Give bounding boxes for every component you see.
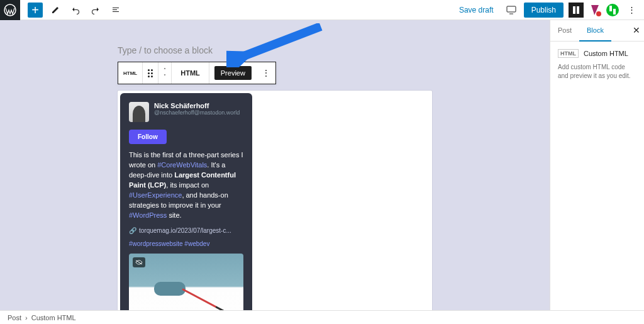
editor-topbar: + Save draft Publish ⋮ (0, 0, 644, 20)
tab-post[interactable]: Post (550, 20, 579, 41)
user-name: Nick Schäferhoff (154, 102, 240, 109)
publish-button[interactable]: Publish (524, 3, 564, 18)
post-body: This is the first of a three-part series… (129, 150, 243, 221)
breadcrumb-block[interactable]: Custom HTML (31, 314, 76, 321)
preview-tab-button[interactable]: Preview (214, 66, 252, 80)
hashtags: #wordpresswebsite #webdev (129, 240, 243, 247)
svg-rect-1 (507, 6, 516, 12)
block-mover[interactable]: ˄˅ (164, 67, 166, 79)
save-draft-button[interactable]: Save draft (454, 6, 499, 14)
block-options-icon[interactable]: ⋮ (262, 68, 270, 78)
document-overview-icon[interactable] (108, 3, 123, 18)
user-handle: @nschaeferhoff@mastodon.world (154, 109, 240, 116)
post-image[interactable] (129, 254, 243, 310)
close-sidebar-icon[interactable]: ✕ (633, 25, 640, 35)
tab-block[interactable]: Block (579, 20, 611, 42)
breadcrumb: Post › Custom HTML (0, 310, 644, 324)
block-type-indicator[interactable]: HTML (123, 70, 137, 76)
block-placeholder[interactable]: Type / to choose a block (80, 33, 470, 62)
breadcrumb-post[interactable]: Post (8, 314, 21, 321)
svg-point-4 (596, 11, 601, 16)
settings-sidebar: Post Block ✕ HTML Custom HTML Add custom… (550, 20, 644, 310)
redo-icon[interactable] (88, 3, 103, 18)
block-toolbar: HTML ˄˅ HTML Preview ⋮ (118, 62, 276, 84)
link-icon: 🔗 (129, 227, 136, 234)
html-tab-button[interactable]: HTML (177, 69, 204, 77)
breadcrumb-sep-icon: › (25, 314, 28, 321)
link-preview[interactable]: 🔗 torquemag.io/2023/07/largest-c... (129, 227, 243, 234)
block-title: Custom HTML (584, 50, 628, 57)
yoast-icon[interactable] (589, 4, 601, 16)
jetpack-icon[interactable] (606, 4, 619, 16)
block-description: Add custom HTML code and preview it as y… (558, 63, 636, 81)
custom-html-preview: Nick Schäferhoff @nschaeferhoff@mastodon… (118, 91, 432, 310)
follow-button[interactable]: Follow (129, 130, 167, 144)
mastodon-embed: Nick Schäferhoff @nschaeferhoff@mastodon… (120, 93, 252, 310)
wordpress-logo[interactable] (0, 0, 20, 20)
undo-icon[interactable] (68, 3, 83, 18)
drag-handle-icon[interactable] (148, 69, 153, 77)
editor-canvas[interactable]: Type / to choose a block HTML ˄˅ HTML Pr… (0, 20, 550, 310)
svg-rect-3 (577, 6, 579, 14)
avatar (129, 102, 149, 122)
preview-device-icon[interactable] (504, 3, 519, 18)
topbar-more-icon[interactable]: ⋮ (624, 3, 639, 18)
settings-toggle-icon[interactable] (569, 3, 584, 18)
svg-rect-2 (573, 6, 575, 14)
alt-badge-icon (133, 257, 145, 267)
block-icon: HTML (558, 49, 579, 58)
add-block-button[interactable]: + (28, 3, 43, 18)
edit-tool-icon[interactable] (48, 3, 63, 18)
